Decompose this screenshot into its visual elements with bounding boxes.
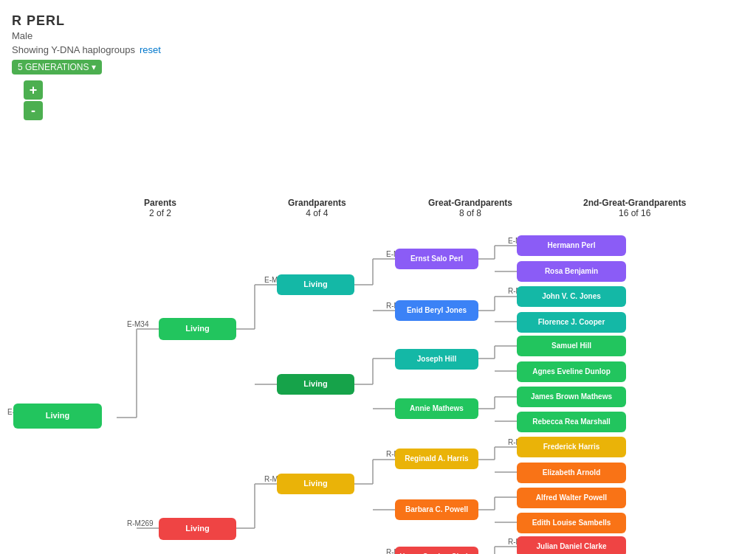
node-ggp1[interactable]: Ernst Salo Perl bbox=[395, 249, 478, 269]
node-g2gp13[interactable]: Julian Daniel Clarke bbox=[517, 536, 626, 554]
node-g2gp12[interactable]: Edith Louise Sambells bbox=[517, 513, 626, 533]
node-g2gp8[interactable]: Rebecca Rea Marshall bbox=[517, 412, 626, 432]
node-gp2[interactable]: Living bbox=[277, 374, 354, 395]
reset-link[interactable]: reset bbox=[140, 44, 161, 55]
node-root[interactable]: Living bbox=[13, 404, 102, 429]
generations-button[interactable]: 5 GENERATIONS ▾ bbox=[12, 60, 102, 75]
haplo-parent2: R-M269 bbox=[127, 519, 154, 527]
node-g2gp1[interactable]: Hermann Perl bbox=[517, 235, 626, 256]
page: R PERL Male Showing Y-DNA haplogroups re… bbox=[0, 0, 756, 554]
node-g2gp6[interactable]: Agnes Eveline Dunlop bbox=[517, 361, 626, 382]
node-ggp7[interactable]: Henry Gordon Clarke bbox=[395, 547, 478, 554]
haplo-text: Showing Y-DNA haplogroups bbox=[12, 44, 135, 55]
node-parent2[interactable]: Living bbox=[159, 518, 236, 540]
node-g2gp11[interactable]: Alfred Walter Powell bbox=[517, 488, 626, 508]
col-header-grandparents: Grandparents 4 of 4 bbox=[288, 198, 346, 218]
haplo-parent1: E-M34 bbox=[127, 320, 148, 328]
node-ggp2[interactable]: Enid Beryl Jones bbox=[395, 300, 478, 321]
zoom-in-button[interactable]: + bbox=[24, 80, 43, 100]
gender-label: Male bbox=[12, 30, 744, 41]
node-g2gp4[interactable]: Florence J. Cooper bbox=[517, 312, 626, 333]
page-title: R PERL bbox=[12, 13, 744, 29]
node-g2gp7[interactable]: James Brown Mathews bbox=[517, 387, 626, 407]
haplo-line: Showing Y-DNA haplogroups reset bbox=[12, 44, 744, 55]
node-gp1[interactable]: Living bbox=[277, 274, 354, 295]
zoom-controls: + - bbox=[24, 80, 744, 120]
header: R PERL Male Showing Y-DNA haplogroups re… bbox=[0, 7, 756, 126]
node-g2gp3[interactable]: John V. C. Jones bbox=[517, 286, 626, 307]
node-g2gp5[interactable]: Samuel Hill bbox=[517, 336, 626, 356]
node-g2gp9[interactable]: Frederick Harris bbox=[517, 437, 626, 457]
col-header-great: Great-Grandparents 8 of 8 bbox=[428, 198, 512, 218]
node-gp3[interactable]: Living bbox=[277, 474, 354, 494]
zoom-out-button[interactable]: - bbox=[24, 101, 43, 120]
node-parent1[interactable]: Living bbox=[159, 318, 236, 340]
node-g2gp2[interactable]: Rosa Benjamin bbox=[517, 261, 626, 282]
tree-container: Parents 2 of 2 Grandparents 4 of 4 Great… bbox=[0, 130, 756, 554]
node-ggp4[interactable]: Annie Mathews bbox=[395, 398, 478, 419]
node-ggp6[interactable]: Barbara C. Powell bbox=[395, 499, 478, 520]
col-header-great2: 2nd-Great-Grandparents 16 of 16 bbox=[583, 198, 686, 218]
col-header-parents: Parents 2 of 2 bbox=[144, 198, 176, 218]
connectors-svg bbox=[0, 130, 756, 554]
node-ggp5[interactable]: Reginald A. Harris bbox=[395, 449, 478, 469]
node-g2gp10[interactable]: Elizabeth Arnold bbox=[517, 463, 626, 483]
node-ggp3[interactable]: Joseph Hill bbox=[395, 349, 478, 370]
